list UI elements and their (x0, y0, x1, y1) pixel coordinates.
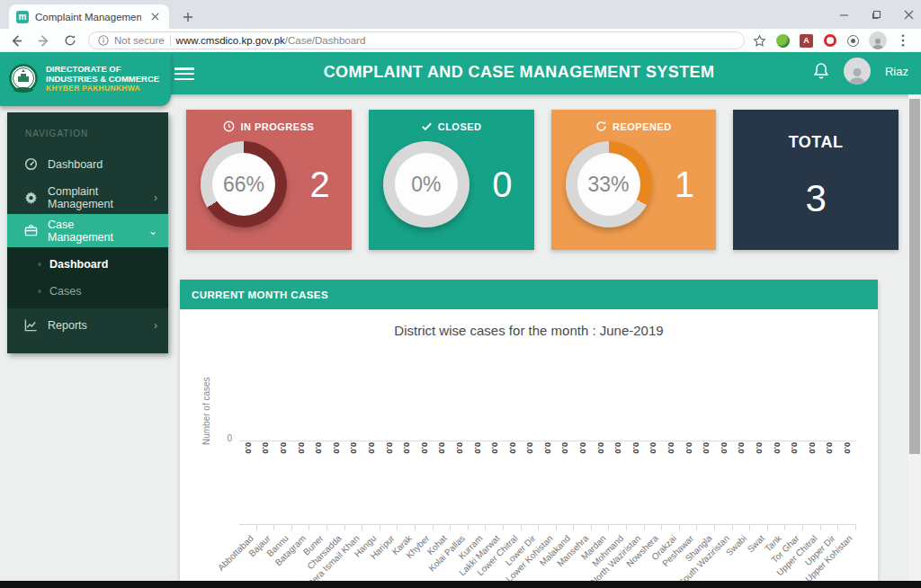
extension-pdf-icon[interactable]: A (799, 33, 814, 49)
card-closed[interactable]: CLOSED 0% 0 (369, 110, 534, 250)
app-logo: DIRECTORATE OF INDUSTRIES & COMMERCE KHY… (0, 52, 171, 106)
extension-opera-icon[interactable] (822, 33, 837, 49)
page-title: COMPLAINT AND CASE MANAGEMENT SYSTEM (171, 63, 867, 82)
bar-value-label: 0.0 (790, 442, 799, 475)
x-axis (239, 524, 856, 530)
bar-column: 0.0 (609, 442, 627, 475)
x-label-cell: Upper Kohistan (838, 530, 856, 588)
browser-menu-icon[interactable] (895, 33, 910, 49)
clock-icon (223, 120, 235, 132)
bar-column: 0.0 (239, 442, 257, 475)
bar-value-label: 0.0 (437, 442, 446, 475)
panel-header: CURRENT MONTH CASES (180, 280, 878, 309)
submenu-item-cases[interactable]: Cases (7, 278, 168, 305)
bar-value-label: 0.0 (490, 442, 499, 475)
dashboard-icon (23, 157, 38, 172)
chart-title: District wise cases for the month : June… (180, 323, 878, 338)
submenu-item-dashboard[interactable]: Dashboard (7, 251, 168, 278)
tab-title: Complaint Management System (35, 12, 141, 22)
sidebar-item-label: Case Management (48, 218, 139, 244)
card-count: 0 (492, 165, 512, 205)
card-label: IN PROGRESS (240, 121, 314, 132)
sidebar-item-complaint-management[interactable]: Complaint Management › (7, 181, 168, 214)
chevron-right-icon: › (154, 192, 157, 204)
card-in-progress[interactable]: IN PROGRESS 66% 2 (186, 110, 352, 250)
tab-close-icon[interactable] (148, 10, 162, 24)
browser-tabstrip: m Complaint Management System (0, 0, 921, 29)
sidebar-item-case-management[interactable]: Case Management ⌄ (7, 214, 168, 247)
bar-value-label: 0.0 (525, 442, 534, 475)
extension-idm-icon[interactable] (775, 33, 791, 49)
bar-column: 0.0 (680, 442, 698, 475)
check-icon (421, 120, 433, 132)
bar-value-label: 0.0 (420, 442, 429, 475)
browser-tab[interactable]: m Complaint Management System (9, 4, 169, 29)
hamburger-menu-icon[interactable] (174, 66, 194, 82)
forward-icon[interactable] (32, 30, 54, 51)
bar-value-label: 0.0 (314, 442, 323, 475)
page-scrollbar[interactable] (908, 94, 921, 588)
total-card[interactable]: TOTAL 3 (733, 110, 899, 250)
bar-value-label: 0.0 (244, 442, 253, 475)
window-minimize-button[interactable] (838, 9, 849, 20)
x-label-cell: Hangu (362, 530, 380, 588)
bar-column: 0.0 (592, 442, 610, 475)
gauge-percent: 0% (383, 141, 469, 227)
scrollbar-thumb[interactable] (909, 99, 920, 454)
panel-header-label: CURRENT MONTH CASES (192, 290, 328, 300)
x-label-cell: Swat (750, 530, 768, 588)
bar-value-label: 0.0 (666, 442, 675, 475)
bar-column: 0.0 (380, 442, 398, 475)
current-month-cases-panel: CURRENT MONTH CASES District wise cases … (180, 280, 878, 588)
directorate-emblem-icon (7, 63, 40, 95)
x-axis-labels: Abbottabad Bajaur Bannu Batagram Buner (239, 530, 856, 588)
x-label-cell: Haripur (380, 530, 398, 588)
back-icon[interactable] (5, 30, 27, 51)
gauge-in-progress: 66% (201, 141, 287, 227)
gauge-reopened: 33% (566, 141, 652, 227)
bookmark-star-icon[interactable] (752, 33, 767, 49)
gauge-percent: 66% (201, 141, 287, 227)
browser-profile-avatar[interactable] (869, 31, 887, 49)
new-tab-button[interactable] (178, 7, 198, 27)
reload-icon[interactable] (59, 30, 81, 51)
bar-value-label: 0.0 (631, 442, 640, 475)
bar-column: 0.0 (697, 442, 715, 475)
window-maximize-button[interactable] (871, 9, 881, 20)
bar-column: 0.0 (627, 442, 645, 475)
bar-value-label: 0.0 (279, 442, 288, 475)
tab-favicon: m (16, 11, 29, 23)
address-bar[interactable]: Not secure www.cmsdico.kp.gov.pk/Case/Da… (88, 31, 745, 49)
extension-record-icon[interactable] (845, 33, 861, 49)
bar-column: 0.0 (733, 442, 751, 475)
card-reopened[interactable]: REOPENED 33% 1 (551, 110, 717, 250)
bar-value-label: 0.0 (560, 442, 569, 475)
x-label-cell: Dera Ismail Khan (345, 530, 363, 588)
refresh-icon (595, 120, 607, 132)
info-icon[interactable] (98, 35, 109, 46)
bar-column: 0.0 (821, 442, 839, 475)
window-close-button[interactable] (903, 9, 914, 20)
sidebar-item-reports[interactable]: Reports › (7, 308, 168, 342)
username-label: Riaz (885, 65, 908, 78)
user-avatar[interactable] (844, 58, 871, 85)
bar-value-label: 0.0 (737, 442, 746, 475)
sidebar-item-dashboard[interactable]: Dashboard (7, 147, 168, 181)
notifications-bell-icon[interactable] (813, 62, 829, 80)
gauge-percent: 33% (566, 141, 652, 227)
sidebar: NAVIGATION Dashboard Complaint Managemen… (7, 112, 168, 353)
x-label-cell: Swabi (733, 530, 751, 588)
submenu-item-label: Cases (49, 285, 81, 298)
total-count: 3 (805, 177, 826, 220)
bar-value-label: 0.0 (297, 442, 306, 475)
bullet-icon (38, 263, 41, 266)
bar-column: 0.0 (309, 442, 327, 475)
sidebar-item-label: Reports (48, 319, 87, 332)
screen: m Complaint Management System (0, 0, 921, 588)
url-text: www.cmsdico.kp.gov.pk/Case/Dashboard (176, 35, 366, 46)
submenu-item-label: Dashboard (49, 258, 108, 271)
bar-column: 0.0 (504, 442, 522, 475)
bar-column: 0.0 (715, 442, 733, 475)
bar-column: 0.0 (398, 442, 416, 475)
bar-column: 0.0 (768, 442, 786, 475)
